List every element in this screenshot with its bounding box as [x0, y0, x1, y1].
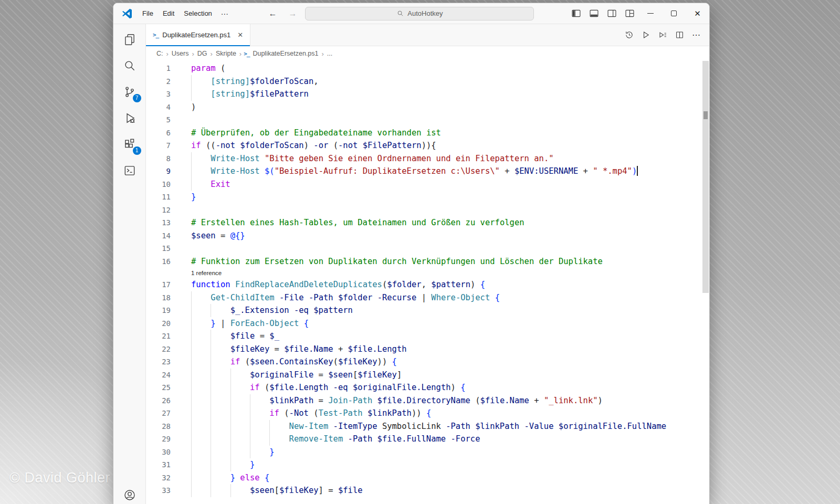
toggle-sidebar-icon[interactable]	[567, 6, 585, 22]
code-line[interactable]: 28New-Item -ItemType SymbolicLink -Path …	[146, 420, 702, 433]
line-number[interactable]: 33	[146, 484, 183, 497]
line-number[interactable]: 21	[146, 330, 183, 343]
code-line[interactable]: 33$seen[$fileKey] = $file	[146, 484, 702, 497]
toggle-secondary-sidebar-icon[interactable]	[603, 6, 621, 22]
code-line[interactable]: 10Exit	[146, 178, 702, 191]
line-number[interactable]: 10	[146, 178, 183, 191]
run-debug-icon[interactable]	[113, 105, 146, 131]
code-line[interactable]: 17function FindReplaceAndDeleteDuplicate…	[146, 278, 702, 291]
minimize-button[interactable]	[638, 3, 662, 24]
code-line[interactable]: 24$originalFile = $seen[$fileKey]	[146, 369, 702, 382]
line-number[interactable]: 7	[146, 139, 183, 152]
tab-close-icon[interactable]: ✕	[237, 31, 243, 39]
line-number[interactable]: 8	[146, 152, 183, 165]
line-number[interactable]: 16	[146, 255, 183, 268]
line-number[interactable]: 11	[146, 191, 183, 204]
line-number[interactable]: 20	[146, 317, 183, 330]
line-number[interactable]: 9	[146, 165, 183, 178]
code-line[interactable]: 20} | ForEach-Object {	[146, 317, 702, 330]
code-line[interactable]: 21$file = $_	[146, 330, 702, 343]
code-line[interactable]: 11}	[146, 191, 702, 204]
code-line[interactable]: 8Write-Host "Bitte geben Sie einen Ordne…	[146, 152, 702, 165]
menu-selection[interactable]: Selection	[179, 7, 216, 19]
code-line[interactable]: 26$linkPath = Join-Path $file.DirectoryN…	[146, 394, 702, 407]
code-line[interactable]: 29Remove-Item -Path $file.FullName -Forc…	[146, 433, 702, 446]
line-number[interactable]: 4	[146, 101, 183, 114]
breadcrumb-item-file[interactable]: DuplikateErsetzen.ps1	[251, 49, 319, 58]
maximize-button[interactable]	[662, 3, 686, 24]
code-line[interactable]: 9Write-Host $("Beispiel-Aufruf: Duplikat…	[146, 165, 702, 178]
line-number[interactable]: 29	[146, 433, 183, 446]
close-window-button[interactable]: ✕	[686, 3, 709, 24]
line-number[interactable]: 3	[146, 88, 183, 101]
code-line[interactable]: 27if (-Not (Test-Path $linkPath)) {	[146, 407, 702, 420]
breadcrumb-item-users[interactable]: Users	[171, 49, 190, 58]
vertical-scrollbar[interactable]	[702, 61, 709, 504]
code-line[interactable]: 16# Funktion zum Ersetzen von Duplikaten…	[146, 255, 702, 268]
run-script-icon[interactable]	[638, 27, 654, 43]
timeline-history-icon[interactable]	[621, 27, 637, 43]
code-line[interactable]: 4)	[146, 101, 702, 114]
run-in-terminal-icon[interactable]	[655, 27, 670, 43]
code-line[interactable]: 7if ((-not $folderToScan) -or (-not $Fil…	[146, 139, 702, 152]
menu-edit[interactable]: Edit	[158, 7, 179, 19]
extensions-icon[interactable]: 1	[113, 131, 146, 158]
scrollbar-thumb[interactable]	[702, 61, 709, 293]
source-control-icon[interactable]: 7	[113, 79, 146, 105]
line-number[interactable]: 30	[146, 446, 183, 459]
line-number[interactable]: 1	[146, 62, 183, 75]
code-line[interactable]: 6# Überprüfen, ob der Eingabedateiname v…	[146, 127, 702, 140]
line-number[interactable]: 14	[146, 229, 183, 243]
breadcrumb-overflow[interactable]: ...	[326, 49, 333, 58]
code-line[interactable]: 5	[146, 113, 702, 127]
line-number[interactable]: 25	[146, 381, 183, 394]
customize-layout-icon[interactable]	[621, 6, 638, 22]
code-line[interactable]: 15	[146, 242, 702, 255]
line-number[interactable]: 32	[146, 471, 183, 485]
code-line[interactable]: 12	[146, 204, 702, 217]
back-icon[interactable]: ←	[265, 8, 280, 19]
toggle-panel-icon[interactable]	[585, 6, 603, 22]
line-number[interactable]: 28	[146, 420, 183, 433]
breadcrumb-item-dg[interactable]: DG	[196, 49, 208, 58]
code-line[interactable]: 30}	[146, 446, 702, 459]
line-number[interactable]: 22	[146, 343, 183, 356]
explorer-icon[interactable]	[113, 26, 146, 52]
code-line[interactable]: 14$seen = @{}	[146, 229, 702, 243]
code-line[interactable]: 25if ($file.Length -eq $originalFile.Len…	[146, 381, 702, 394]
code-line[interactable]: 32} else {	[146, 471, 702, 485]
code-line[interactable]: 19$_.Extension -eq $pattern	[146, 304, 702, 317]
line-number[interactable]: 26	[146, 394, 183, 407]
menu-file[interactable]: File	[138, 7, 158, 19]
line-number[interactable]: 27	[146, 407, 183, 420]
tab-duplikateersetzen[interactable]: >_ DuplikateErsetzen.ps1 ✕	[146, 24, 250, 46]
line-number[interactable]: 2	[146, 75, 183, 88]
account-icon[interactable]	[113, 482, 146, 504]
code-editor[interactable]: 1param (2[string]$folderToScan,3[string]…	[146, 61, 709, 504]
command-center-search[interactable]: AutoHotkey	[305, 7, 534, 20]
line-number[interactable]: 31	[146, 458, 183, 471]
code-line[interactable]: 3[string]$filePattern	[146, 88, 702, 101]
line-number[interactable]: 17	[146, 278, 183, 291]
line-number[interactable]: 5	[146, 113, 183, 127]
code-line[interactable]: 22$fileKey = $file.Name + $file.Length	[146, 343, 702, 356]
breadcrumb-item-skripte[interactable]: Skripte	[215, 49, 237, 58]
code-line[interactable]: 13# Erstellen eines Hash-Tables, um Date…	[146, 216, 702, 229]
line-number[interactable]: 13	[146, 216, 183, 229]
line-number[interactable]: 23	[146, 355, 183, 369]
more-actions-icon[interactable]: ⋯	[688, 27, 704, 43]
breadcrumb-item-drive[interactable]: C:	[155, 49, 164, 58]
search-sidebar-icon[interactable]	[113, 52, 146, 79]
line-number[interactable]: 15	[146, 242, 183, 255]
menu-overflow-icon[interactable]: ···	[217, 8, 233, 19]
line-number[interactable]: 6	[146, 127, 183, 140]
line-number[interactable]: 24	[146, 369, 183, 382]
code-line[interactable]: 1param (	[146, 62, 702, 75]
terminal-sidebar-icon[interactable]	[113, 158, 146, 184]
line-number[interactable]: 18	[146, 291, 183, 304]
code-line[interactable]: 2[string]$folderToScan,	[146, 75, 702, 88]
codelens-reference[interactable]: 1 reference	[146, 268, 702, 278]
forward-icon[interactable]: →	[285, 8, 300, 19]
code-line[interactable]: 31}	[146, 458, 702, 471]
line-number[interactable]: 12	[146, 204, 183, 217]
